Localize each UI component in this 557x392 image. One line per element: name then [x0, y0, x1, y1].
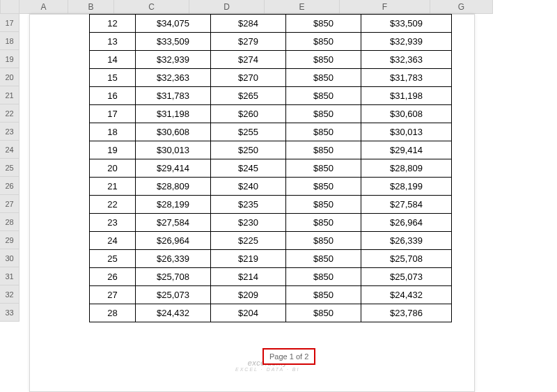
cell[interactable]: $31,198 [136, 105, 211, 123]
cell[interactable]: 27 [90, 286, 136, 304]
row-header[interactable]: 19 [0, 50, 19, 68]
cell[interactable]: $850 [286, 105, 361, 123]
cell[interactable]: $30,013 [361, 123, 452, 141]
col-header-G[interactable]: G [430, 0, 493, 14]
cell[interactable]: $29,414 [361, 141, 452, 159]
cell[interactable]: $33,509 [361, 15, 452, 33]
cell[interactable]: 18 [90, 123, 136, 141]
cell[interactable]: $230 [211, 214, 286, 232]
cell[interactable]: 24 [90, 232, 136, 250]
row-header[interactable]: 29 [0, 231, 19, 249]
row-header[interactable]: 26 [0, 177, 19, 195]
col-header-A[interactable]: A [19, 0, 68, 14]
cell[interactable]: $34,075 [136, 15, 211, 33]
cell[interactable]: 22 [90, 196, 136, 214]
row-header[interactable]: 32 [0, 285, 19, 304]
col-header-F[interactable]: F [340, 0, 430, 14]
cell[interactable]: $850 [286, 250, 361, 268]
cell[interactable]: $32,363 [361, 51, 452, 69]
row-header[interactable]: 22 [0, 104, 19, 123]
cell[interactable]: $32,939 [361, 33, 452, 51]
col-header-C[interactable]: C [114, 0, 189, 14]
cell[interactable]: $26,964 [136, 232, 211, 250]
cell[interactable]: $850 [286, 178, 361, 196]
cell[interactable]: $24,432 [361, 286, 452, 304]
row-header[interactable]: 31 [0, 267, 19, 285]
cell[interactable]: $245 [211, 159, 286, 178]
cell[interactable]: 14 [90, 51, 136, 69]
cell[interactable]: $235 [211, 196, 286, 214]
cell[interactable]: $250 [211, 141, 286, 159]
cell[interactable]: $27,584 [361, 196, 452, 214]
col-header-corner[interactable] [0, 0, 19, 14]
cell[interactable]: $850 [286, 304, 361, 322]
cell[interactable]: 16 [90, 87, 136, 105]
cell[interactable]: $850 [286, 214, 361, 232]
cell[interactable]: $25,708 [361, 250, 452, 268]
cell[interactable]: $31,783 [361, 69, 452, 87]
cell[interactable]: $25,708 [136, 268, 211, 286]
row-header[interactable]: 20 [0, 68, 19, 86]
cell[interactable]: 15 [90, 69, 136, 87]
row-header[interactable]: 28 [0, 213, 19, 231]
cell[interactable]: $26,339 [136, 250, 211, 268]
cell[interactable]: $26,339 [361, 232, 452, 250]
cell[interactable]: $270 [211, 69, 286, 87]
cell[interactable]: $28,809 [136, 178, 211, 196]
cell[interactable]: $27,584 [136, 214, 211, 232]
cell[interactable]: $24,432 [136, 304, 211, 322]
cell[interactable]: $284 [211, 15, 286, 33]
cell[interactable]: $850 [286, 141, 361, 159]
cell[interactable]: $209 [211, 286, 286, 304]
cell[interactable]: $219 [211, 250, 286, 268]
row-header[interactable]: 23 [0, 123, 19, 141]
cell[interactable]: $260 [211, 105, 286, 123]
cell[interactable]: $30,608 [136, 123, 211, 141]
cell[interactable]: $25,073 [136, 286, 211, 304]
cell[interactable]: 23 [90, 214, 136, 232]
cell[interactable]: $214 [211, 268, 286, 286]
row-header[interactable]: 18 [0, 32, 19, 50]
cell[interactable]: $850 [286, 286, 361, 304]
col-header-D[interactable]: D [189, 0, 265, 14]
cell[interactable]: 28 [90, 304, 136, 322]
cell[interactable]: $25,073 [361, 268, 452, 286]
row-header[interactable]: 27 [0, 195, 19, 213]
col-header-B[interactable]: B [68, 0, 114, 14]
cell[interactable]: $240 [211, 178, 286, 196]
row-header[interactable]: 21 [0, 86, 19, 104]
cell[interactable]: 26 [90, 268, 136, 286]
cell[interactable]: $850 [286, 196, 361, 214]
row-header[interactable]: 33 [0, 304, 19, 322]
cell[interactable]: $23,786 [361, 304, 452, 322]
cell[interactable]: $850 [286, 15, 361, 33]
cell[interactable]: $30,013 [136, 141, 211, 159]
cell[interactable]: $265 [211, 87, 286, 105]
cell[interactable]: $850 [286, 268, 361, 286]
cell[interactable]: $279 [211, 33, 286, 51]
cell[interactable]: $850 [286, 87, 361, 105]
row-header[interactable]: 25 [0, 159, 19, 177]
cell[interactable]: $204 [211, 304, 286, 322]
cell[interactable]: $225 [211, 232, 286, 250]
cell[interactable]: $850 [286, 159, 361, 178]
cell[interactable]: $850 [286, 232, 361, 250]
cell[interactable]: $28,199 [136, 196, 211, 214]
cell[interactable]: $28,809 [361, 159, 452, 178]
row-header[interactable]: 30 [0, 249, 19, 267]
cell[interactable]: $28,199 [361, 178, 452, 196]
cell[interactable]: 17 [90, 105, 136, 123]
col-header-E[interactable]: E [265, 0, 340, 14]
cell[interactable]: $850 [286, 69, 361, 87]
cell[interactable]: $274 [211, 51, 286, 69]
cell[interactable]: 21 [90, 178, 136, 196]
cell[interactable]: $29,414 [136, 159, 211, 178]
cell[interactable]: $255 [211, 123, 286, 141]
cell[interactable]: 25 [90, 250, 136, 268]
cell[interactable]: $32,363 [136, 69, 211, 87]
cell[interactable]: $33,509 [136, 33, 211, 51]
cell[interactable]: $31,198 [361, 87, 452, 105]
cell[interactable]: 12 [90, 15, 136, 33]
row-header[interactable]: 24 [0, 141, 19, 159]
cell[interactable]: $30,608 [361, 105, 452, 123]
